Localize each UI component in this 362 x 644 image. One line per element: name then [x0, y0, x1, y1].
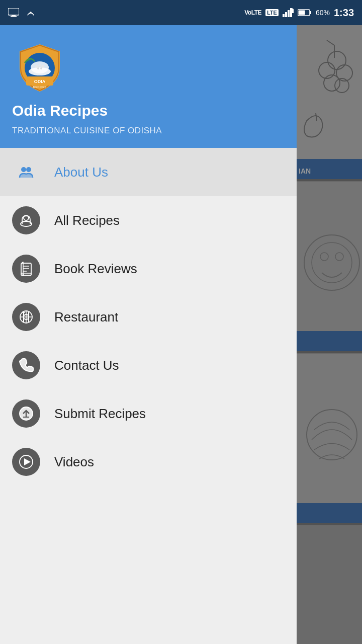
logo-svg: ODIA RECIPES: [12, 40, 67, 96]
menu-item-book-reviews[interactable]: Book Reviews: [0, 245, 297, 293]
menu-label-book-reviews: Book Reviews: [54, 261, 137, 277]
svg-rect-0: [8, 8, 19, 15]
menu-label-restaurant: Restaurant: [54, 309, 118, 325]
wifi-icon: [25, 8, 36, 17]
play-icon: [12, 448, 40, 476]
menu-label-about-us: About Us: [54, 165, 108, 180]
app-name: Odia Recipes: [12, 102, 285, 120]
status-bar: VoLTE LTE 60% 1:33: [0, 0, 362, 25]
restaurant-icon: [12, 303, 40, 331]
svg-rect-11: [298, 11, 305, 15]
status-right-icons: VoLTE LTE 60% 1:33: [244, 7, 354, 19]
svg-rect-4: [283, 14, 285, 17]
drawer-header: ODIA RECIPES Odia Recipes TRADITIONAL CU…: [0, 25, 297, 148]
volte-label: VoLTE: [244, 9, 261, 16]
chef-icon: [12, 206, 40, 234]
menu-label-all-recipes: All Recipes: [54, 213, 120, 228]
app-logo: ODIA RECIPES: [12, 40, 67, 96]
menu-label-contact-us: Contact Us: [54, 358, 119, 373]
battery-icon: [298, 9, 312, 17]
svg-text:ODIA: ODIA: [34, 79, 46, 84]
lte-badge: LTE: [265, 9, 279, 16]
screen-icon: [8, 8, 19, 17]
menu-item-about-us[interactable]: About Us: [0, 148, 297, 196]
menu-item-restaurant[interactable]: Restaurant: [0, 293, 297, 341]
svg-text:RECIPES: RECIPES: [33, 86, 46, 89]
menu-item-contact-us[interactable]: Contact Us: [0, 341, 297, 389]
svg-point-32: [40, 67, 42, 69]
svg-rect-5: [285, 12, 287, 17]
people-icon: [12, 158, 40, 186]
battery-percent: 60%: [316, 9, 330, 17]
main-container: IAN: [0, 25, 362, 644]
svg-rect-10: [310, 11, 311, 14]
svg-rect-46: [21, 273, 31, 275]
svg-point-36: [21, 167, 26, 172]
status-time: 1:33: [334, 7, 354, 19]
svg-point-28: [36, 65, 38, 68]
svg-rect-1: [12, 15, 16, 16]
menu-list: About Us All Recipes: [0, 148, 297, 644]
phone-icon: [12, 351, 40, 379]
navigation-drawer: ODIA RECIPES Odia Recipes TRADITIONAL CU…: [0, 25, 297, 644]
svg-rect-2: [11, 16, 17, 17]
svg-rect-6: [288, 10, 290, 17]
menu-label-videos: Videos: [54, 454, 94, 470]
signal-icon: [283, 8, 294, 17]
scrim-overlay: [297, 25, 362, 644]
book-icon: [12, 255, 40, 283]
svg-point-29: [39, 64, 41, 67]
menu-item-all-recipes[interactable]: All Recipes: [0, 196, 297, 245]
svg-point-30: [42, 65, 44, 68]
svg-point-37: [26, 167, 31, 172]
status-left-icons: [8, 8, 36, 17]
upload-icon: [12, 399, 40, 428]
menu-item-submit-recipes[interactable]: Submit Recipes: [0, 389, 297, 438]
svg-marker-58: [24, 458, 31, 465]
app-subtitle: TRADITIONAL CUISINE OF ODISHA: [12, 126, 285, 136]
menu-label-submit-recipes: Submit Recipes: [54, 406, 146, 422]
svg-point-27: [31, 61, 49, 73]
svg-point-31: [37, 67, 39, 69]
menu-item-videos[interactable]: Videos: [0, 438, 297, 486]
